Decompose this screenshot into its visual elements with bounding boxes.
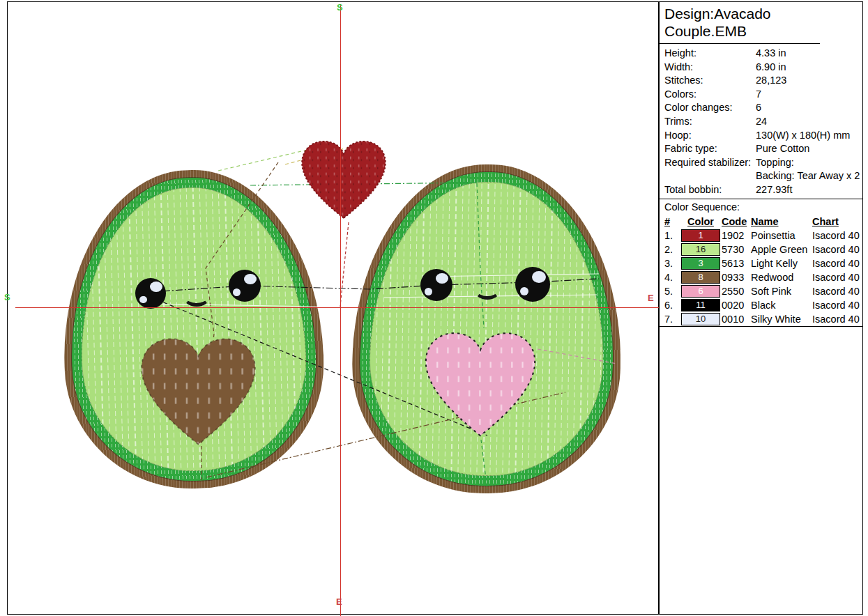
color-sequence-row: 5. 6 2550 Soft Pink Isacord 40 (660, 284, 862, 298)
property-width: Width: 6.90 in (664, 61, 862, 75)
avocado-left (59, 167, 327, 492)
property-fabric-type: Fabric type: Pure Cotton (664, 142, 862, 156)
crosshair-vertical (340, 4, 341, 616)
color-swatch: 3 (681, 257, 720, 270)
color-swatch: 16 (681, 243, 720, 256)
color-sequence-row: 1. 1 1902 Poinsettia Isacord 40 (660, 229, 862, 242)
table-bottom-border (660, 326, 862, 327)
property-color-changes: Color changes: 6 (664, 101, 862, 115)
avocado-right-eye-right (515, 267, 550, 302)
travel-stitch-red (340, 222, 349, 307)
start-marker-top: S (337, 3, 343, 12)
color-sequence-row: 7. 10 0010 Silky White Isacord 40 (660, 312, 862, 326)
design-info-panel: Design:Avacado Couple.EMB Height: 4.33 i… (659, 1, 863, 615)
header-num: # (664, 216, 680, 227)
end-marker-bottom: E (336, 597, 342, 606)
color-sequence-header: # Color Code Name Chart (660, 215, 862, 229)
property-colors: Colors: 7 (664, 88, 862, 102)
color-sequence-row: 3. 3 5613 Light Kelly Isacord 40 (660, 256, 862, 270)
property-hoop: Hoop: 130(W) x 180(H) mm (664, 129, 862, 143)
color-swatch: 11 (681, 299, 720, 311)
property-total-bobbin: Total bobbin: 227.93ft (664, 183, 862, 197)
crosshair-horizontal (15, 307, 666, 308)
avocado-left-smile (183, 288, 210, 307)
avocado-left-eye-right (229, 270, 261, 302)
design-properties: Height: 4.33 in Width: 6.90 in Stitches:… (660, 44, 862, 199)
color-swatch: 8 (681, 271, 720, 284)
color-sequence-row: 6. 11 0020 Black Isacord 40 (660, 298, 862, 312)
header-code: Code (722, 216, 749, 227)
color-sequence-row: 4. 8 0933 Redwood Isacord 40 (660, 270, 862, 284)
property-required-stabilizer: Required stabilizer: Topping:Backing: Te… (664, 156, 862, 183)
color-swatch: 10 (681, 313, 720, 325)
property-height: Height: 4.33 in (664, 47, 862, 61)
header-color: Color (681, 216, 720, 227)
header-name: Name (751, 216, 811, 227)
color-swatch: 1 (681, 229, 720, 242)
header-chart: Chart (812, 216, 862, 227)
travel-stitch-yellow (285, 148, 347, 164)
avocado-right-eye-left (420, 269, 452, 301)
avocado-right-smile (475, 282, 500, 300)
property-stitches: Stitches: 28,123 (664, 74, 862, 88)
design-canvas[interactable]: S S E E (7, 1, 659, 615)
embroidery-preview-window: S S E E Design:Avacado Couple.EMB Height… (0, 0, 868, 616)
color-sequence-row: 2. 16 5730 Apple Green Isacord 40 (660, 242, 862, 256)
property-trims: Trims: 24 (664, 115, 862, 129)
end-marker-right: E (648, 293, 654, 302)
start-marker-left: S (4, 293, 10, 302)
color-sequence-label: Color Sequence: (660, 199, 862, 215)
color-swatch: 6 (681, 285, 720, 298)
avocado-right (350, 162, 624, 496)
design-title: Design:Avacado Couple.EMB (660, 2, 820, 44)
avocado-left-eye-left (135, 278, 166, 309)
